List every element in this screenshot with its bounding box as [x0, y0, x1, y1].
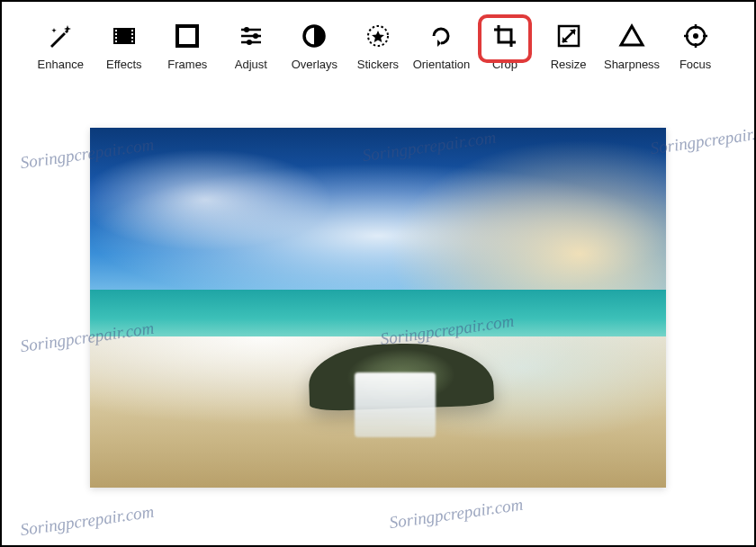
- svg-point-11: [244, 27, 249, 32]
- svg-rect-1: [115, 30, 117, 31]
- svg-rect-3: [115, 37, 117, 39]
- svg-rect-4: [115, 40, 117, 42]
- adjust-icon: [235, 20, 267, 52]
- tool-label: Stickers: [357, 58, 399, 71]
- tool-label: Resize: [551, 58, 587, 71]
- image-preview[interactable]: [90, 128, 666, 488]
- svg-rect-8: [131, 40, 133, 42]
- tool-label: Crop: [492, 58, 518, 71]
- tool-adjust[interactable]: Adjust: [220, 20, 282, 71]
- preview-waterfall: [355, 372, 436, 437]
- svg-point-25: [693, 33, 698, 39]
- svg-rect-7: [131, 37, 133, 39]
- svg-point-15: [247, 40, 252, 45]
- canvas-area: [2, 92, 754, 545]
- tool-stickers[interactable]: Stickers: [347, 20, 409, 71]
- svg-marker-19: [437, 40, 441, 47]
- svg-rect-2: [115, 33, 117, 35]
- editor-toolbar: Enhance Effects Frames Adjust Overlays S…: [2, 2, 754, 92]
- resize-icon: [553, 20, 585, 52]
- svg-marker-18: [372, 31, 384, 42]
- tool-label: Orientation: [413, 58, 471, 71]
- tool-label: Frames: [167, 58, 207, 71]
- tool-frames[interactable]: Frames: [157, 20, 218, 71]
- tool-orientation[interactable]: Orientation: [410, 20, 472, 71]
- frames-icon: [171, 20, 203, 52]
- tool-overlays[interactable]: Overlays: [284, 20, 345, 71]
- tool-label: Adjust: [235, 58, 267, 71]
- tool-label: Effects: [106, 58, 142, 71]
- focus-icon: [680, 20, 712, 52]
- svg-point-13: [253, 33, 258, 39]
- tool-label: Sharpness: [604, 58, 660, 71]
- orientation-icon: [425, 20, 457, 52]
- overlays-icon: [298, 20, 330, 52]
- tool-sharpness[interactable]: Sharpness: [601, 20, 662, 71]
- enhance-icon: [44, 20, 76, 52]
- svg-rect-6: [131, 33, 133, 35]
- stickers-icon: [362, 20, 394, 52]
- tool-crop[interactable]: Crop: [474, 20, 536, 71]
- tool-enhance[interactable]: Enhance: [30, 20, 91, 71]
- tool-focus[interactable]: Focus: [665, 20, 726, 71]
- tool-label: Enhance: [38, 58, 84, 71]
- svg-rect-5: [131, 30, 133, 31]
- effects-icon: [108, 20, 140, 52]
- sharpness-icon: [616, 20, 648, 52]
- tool-label: Overlays: [292, 58, 338, 71]
- tool-effects[interactable]: Effects: [94, 20, 155, 71]
- tool-resize[interactable]: Resize: [538, 20, 599, 71]
- svg-rect-9: [177, 26, 197, 46]
- tool-label: Focus: [680, 58, 711, 71]
- svg-marker-23: [621, 26, 643, 45]
- crop-icon: [489, 20, 521, 52]
